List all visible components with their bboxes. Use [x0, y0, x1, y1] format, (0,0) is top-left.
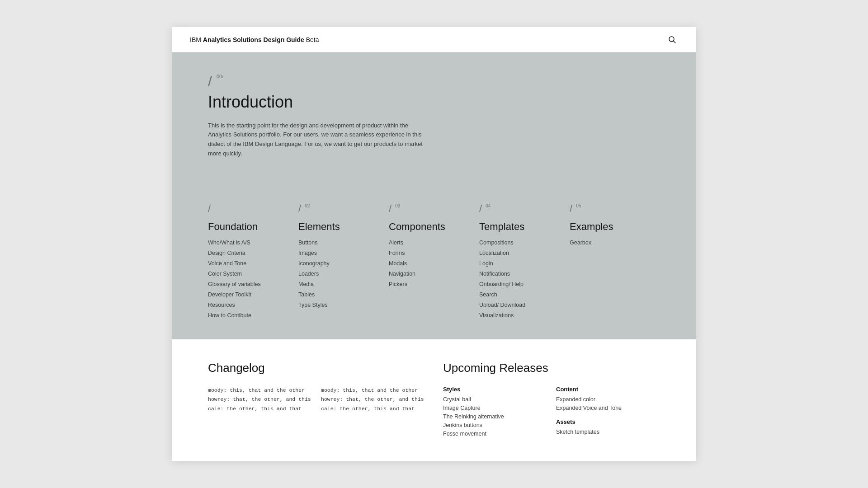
templates-link-6[interactable]: Upload/ Download — [479, 302, 525, 308]
upcoming-styles-2[interactable]: The Reinking alternative — [443, 413, 504, 420]
foundation-link-0[interactable]: Who/What is A/S — [208, 239, 250, 246]
elements-link-4[interactable]: Media — [298, 281, 314, 287]
nav-grid: / Foundation Who/What is A/S Design Crit… — [172, 186, 696, 339]
nav-col-examples-header: / 05 — [570, 204, 651, 214]
templates-link-2[interactable]: Login — [479, 260, 493, 267]
list-item[interactable]: Glossary of variables — [208, 280, 289, 288]
templates-link-7[interactable]: Visualizations — [479, 312, 514, 319]
list-item[interactable]: Resources — [208, 300, 289, 309]
upcoming-styles-0[interactable]: Crystal ball — [443, 396, 471, 403]
components-link-3[interactable]: Navigation — [389, 271, 415, 277]
foundation-link-6[interactable]: Resources — [208, 302, 235, 308]
foundation-link-2[interactable]: Voice and Tone — [208, 260, 246, 267]
list-item[interactable]: Iconography — [298, 259, 380, 267]
list-item[interactable]: Developer Toolkit — [208, 290, 289, 298]
list-item[interactable]: Navigation — [389, 269, 470, 277]
list-item[interactable]: Gearbox — [570, 238, 651, 246]
upcoming-styles-3[interactable]: Jenkins buttons — [443, 422, 482, 428]
list-item[interactable]: Buttons — [298, 238, 380, 246]
foundation-link-7[interactable]: How to Contibute — [208, 312, 251, 319]
upcoming-content-0[interactable]: Expanded color — [556, 396, 595, 403]
foundation-link-4[interactable]: Glossary of variables — [208, 281, 261, 287]
list-item[interactable]: Design Criteria — [208, 249, 289, 257]
foundation-link-1[interactable]: Design Criteria — [208, 250, 245, 256]
list-item[interactable]: Voice and Tone — [208, 259, 289, 267]
upcoming-content-1[interactable]: Expanded Voice and Tone — [556, 405, 622, 411]
examples-link-0[interactable]: Gearbox — [570, 239, 591, 246]
elements-link-0[interactable]: Buttons — [298, 239, 317, 246]
components-link-0[interactable]: Alerts — [389, 239, 403, 246]
header-ibm: IBM — [190, 36, 203, 43]
elements-link-5[interactable]: Tables — [298, 291, 315, 298]
list-item[interactable]: Sketch templates — [556, 429, 660, 435]
templates-link-3[interactable]: Notifications — [479, 271, 510, 277]
intro-body: This is the starting point for the desig… — [208, 121, 425, 159]
list-item[interactable]: Upload/ Download — [479, 300, 561, 309]
list-item[interactable]: Notifications — [479, 269, 561, 277]
templates-link-4[interactable]: Onboarding/ Help — [479, 281, 524, 287]
foundation-link-5[interactable]: Developer Toolkit — [208, 291, 251, 298]
components-link-1[interactable]: Forms — [389, 250, 405, 256]
upcoming-content-assets-col: Content Expanded color Expanded Voice an… — [556, 386, 660, 439]
elements-link-2[interactable]: Iconography — [298, 260, 330, 267]
list-item[interactable]: Tables — [298, 290, 380, 298]
elements-link-3[interactable]: Loaders — [298, 271, 319, 277]
intro-section: / 00/ Introduction This is the starting … — [172, 52, 696, 185]
list-item[interactable]: Jenkins buttons — [443, 422, 547, 428]
list-item[interactable]: Media — [298, 280, 380, 288]
upcoming-content-list: Expanded color Expanded Voice and Tone — [556, 396, 660, 411]
changelog-title: Changelog — [208, 361, 425, 375]
nav-col-components-header: / 03 — [389, 204, 470, 214]
list-item[interactable]: Search — [479, 290, 561, 298]
list-item[interactable]: Image Capture — [443, 405, 547, 411]
list-item[interactable]: Pickers — [389, 280, 470, 288]
components-links: Alerts Forms Modals Navigation Pickers — [389, 238, 470, 288]
templates-link-1[interactable]: Localization — [479, 250, 509, 256]
list-item[interactable]: Alerts — [389, 238, 470, 246]
list-item[interactable]: Crystal ball — [443, 396, 547, 403]
nav-col-elements-header: / 02 — [298, 204, 380, 214]
upcoming-section: Upcoming Releases Styles Crystal ball Im… — [443, 361, 660, 439]
search-button[interactable] — [666, 34, 678, 46]
list-item[interactable]: Loaders — [298, 269, 380, 277]
list-item[interactable]: Login — [479, 259, 561, 267]
changelog-section: Changelog moody: this, that and the othe… — [208, 361, 425, 439]
elements-link-6[interactable]: Type Styles — [298, 302, 328, 308]
upcoming-styles-1[interactable]: Image Capture — [443, 405, 481, 411]
elements-slash: / — [298, 204, 301, 214]
foundation-slash: / — [208, 204, 211, 214]
components-link-2[interactable]: Modals — [389, 260, 407, 267]
templates-title: Templates — [479, 221, 561, 233]
gray-section: / 00/ Introduction This is the starting … — [172, 52, 696, 339]
foundation-links: Who/What is A/S Design Criteria Voice an… — [208, 238, 289, 319]
list-item[interactable]: Modals — [389, 259, 470, 267]
list-item[interactable]: Images — [298, 249, 380, 257]
list-item[interactable]: Visualizations — [479, 311, 561, 319]
header-title: IBM Analytics Solutions Design Guide Bet… — [190, 36, 319, 43]
list-item[interactable]: How to Contibute — [208, 311, 289, 319]
list-item[interactable]: Compositions — [479, 238, 561, 246]
list-item[interactable]: Type Styles — [298, 300, 380, 309]
list-item[interactable]: Localization — [479, 249, 561, 257]
templates-num: 04 — [486, 204, 491, 208]
list-item[interactable]: Forms — [389, 249, 470, 257]
list-item[interactable]: Fosse movement — [443, 431, 547, 437]
elements-link-1[interactable]: Images — [298, 250, 317, 256]
list-item[interactable]: Color System — [208, 269, 289, 277]
upcoming-styles-title: Styles — [443, 386, 547, 393]
nav-col-components: / 03 Components Alerts Forms Modals Navi… — [389, 204, 479, 321]
list-item[interactable]: The Reinking alternative — [443, 413, 547, 420]
nav-col-templates: / 04 Templates Compositions Localization… — [479, 204, 570, 321]
list-item[interactable]: Onboarding/ Help — [479, 280, 561, 288]
components-link-4[interactable]: Pickers — [389, 281, 407, 287]
intro-slash: / — [208, 74, 212, 89]
list-item[interactable]: Expanded Voice and Tone — [556, 405, 660, 411]
elements-links: Buttons Images Iconography Loaders Media… — [298, 238, 380, 309]
templates-link-5[interactable]: Search — [479, 291, 497, 298]
templates-link-0[interactable]: Compositions — [479, 239, 514, 246]
list-item[interactable]: Expanded color — [556, 396, 660, 403]
upcoming-styles-4[interactable]: Fosse movement — [443, 431, 486, 437]
list-item[interactable]: Who/What is A/S — [208, 238, 289, 246]
foundation-link-3[interactable]: Color System — [208, 271, 242, 277]
upcoming-assets-0[interactable]: Sketch templates — [556, 429, 599, 435]
